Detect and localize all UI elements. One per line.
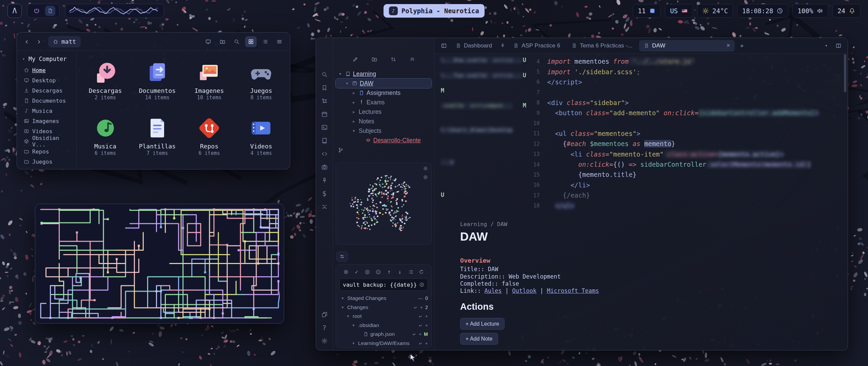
- scrollbar-thumb[interactable]: [844, 54, 846, 92]
- note-link-microsoft-teams[interactable]: Microsoft Teams: [547, 287, 599, 294]
- power-menu-button[interactable]: [32, 6, 42, 16]
- tab-daw[interactable]: DAW×: [639, 40, 735, 52]
- sidebar-item-repos[interactable]: Repos: [20, 146, 74, 157]
- plus-circle-button[interactable]: [364, 268, 371, 276]
- sidebar-item-imagenes[interactable]: Imagenes: [20, 116, 74, 126]
- folder-plus-button[interactable]: [370, 55, 379, 64]
- search-ribbon-button[interactable]: [320, 70, 329, 79]
- folder-descargas[interactable]: Descargas2 items: [80, 56, 131, 101]
- forward-button[interactable]: ›: [34, 37, 44, 47]
- topbar-module-weather[interactable]: 24°C: [697, 4, 733, 18]
- undo-icon[interactable]: ↩: [418, 341, 423, 346]
- split-editor-button[interactable]: [833, 41, 844, 51]
- git-branch-button[interactable]: [338, 147, 344, 154]
- commit-message-input[interactable]: [343, 282, 417, 288]
- folder-documentos[interactable]: Documentos14 items: [132, 56, 183, 101]
- collapse-button[interactable]: [408, 55, 417, 64]
- windows-ribbon-button[interactable]: [320, 310, 329, 319]
- breadcrumb[interactable]: matt: [48, 36, 81, 47]
- minus-circle-button[interactable]: [375, 268, 382, 276]
- git-row-graph-json[interactable]: graph.json↩+M: [339, 330, 428, 339]
- pencil-button[interactable]: [351, 55, 360, 64]
- git-row-changes[interactable]: ▾Changes↩+2: [339, 303, 428, 312]
- folder-imagenes[interactable]: Imagenes10 items: [184, 56, 235, 101]
- check-button[interactable]: ✓: [353, 268, 360, 276]
- folder-repos[interactable]: Repos6 items: [184, 111, 235, 156]
- sidebar-item-documentos[interactable]: Documentos: [20, 96, 74, 106]
- search-button[interactable]: [231, 36, 242, 47]
- folder-videos[interactable]: Videos4 items: [236, 111, 287, 156]
- refresh-button[interactable]: [418, 268, 425, 276]
- pull-button[interactable]: ↓: [396, 268, 403, 276]
- book-ribbon-button[interactable]: [320, 136, 329, 145]
- sidebar-item-musica[interactable]: ♪Musica: [20, 106, 74, 116]
- dollar-ribbon-button[interactable]: $: [320, 189, 329, 198]
- file-manager-titlebar[interactable]: ‹ › matt: [17, 33, 290, 51]
- topbar-module-clients[interactable]: 11: [633, 4, 661, 18]
- back-button[interactable]: ‹: [22, 37, 32, 47]
- list-view-button[interactable]: [259, 36, 271, 47]
- graph-settings-icon[interactable]: [423, 166, 428, 171]
- list-button[interactable]: [407, 268, 414, 276]
- now-playing-pill[interactable]: ♪ Polyphia - Neurotica: [383, 4, 485, 18]
- sidebar-item-obsidian-v[interactable]: Obsidian V...: [20, 136, 74, 146]
- git-row-obsidian[interactable]: ▾.obsidian↩+: [339, 321, 428, 330]
- toggle-left-sidebar-button[interactable]: [439, 41, 449, 51]
- help-ribbon-button[interactable]: ?: [320, 323, 329, 332]
- push-button[interactable]: ↑: [385, 268, 393, 276]
- notes-button[interactable]: [45, 6, 55, 16]
- tab-list-button[interactable]: ▾: [821, 41, 831, 51]
- tree-item-exams[interactable]: ▸!Exams: [336, 98, 432, 107]
- terminal-ribbon-button[interactable]: [320, 123, 329, 132]
- tab-tema-6-pr-cticas[interactable]: Tema 6 Prácticas -...: [567, 40, 637, 52]
- folder-juegos[interactable]: Juegos8 items: [236, 56, 287, 101]
- tab-asp-practice-6[interactable]: ASP Practice 6: [509, 40, 565, 52]
- topbar-module-keyboard-layout[interactable]: US: [665, 4, 693, 18]
- clear-message-icon[interactable]: [419, 282, 425, 287]
- screenshot-tool-button[interactable]: [202, 36, 214, 47]
- topbar-module-clock[interactable]: 18:08:28: [737, 4, 789, 18]
- filter-button[interactable]: [336, 251, 348, 262]
- tab-dashboard[interactable]: Dashboard: [451, 40, 497, 52]
- folder-plantillas[interactable]: Plantillas7 items: [132, 111, 183, 156]
- new-folder-button[interactable]: [217, 36, 228, 47]
- undo-icon[interactable]: ↩: [418, 323, 423, 328]
- tree-item-desarrollo-cliente[interactable]: Desarrollo-Cliente: [336, 136, 432, 145]
- camera-ribbon-button[interactable]: [320, 163, 329, 171]
- sidebar-item-desktop[interactable]: Desktop: [20, 75, 74, 85]
- graph-view-panel[interactable]: [336, 163, 432, 245]
- close-tab-icon[interactable]: ×: [727, 42, 730, 49]
- topbar-module-notifications[interactable]: 24: [832, 4, 861, 18]
- tree-item-subjects[interactable]: ▾Subjects: [336, 126, 432, 136]
- undo-icon[interactable]: ↩: [413, 305, 418, 310]
- grid-view-button[interactable]: [245, 36, 257, 47]
- tree-item-daw[interactable]: ▾DAW: [336, 79, 432, 88]
- target-button[interactable]: [342, 268, 350, 276]
- git-row-staged-changes[interactable]: ▾Staged Changes—0: [339, 294, 428, 303]
- sidebar-item-juegos[interactable]: Juegos: [20, 157, 74, 167]
- tree-item-notes[interactable]: ▸Notes: [336, 117, 432, 126]
- code-ribbon-button[interactable]: [320, 149, 329, 158]
- undo-icon[interactable]: ↩: [412, 332, 416, 337]
- folder-musica[interactable]: Musica6 items: [80, 111, 131, 156]
- sidebar-item-descargas[interactable]: Descargas: [20, 85, 74, 96]
- sidebar-section-header[interactable]: ▾ My Computer: [20, 55, 74, 65]
- sort-button[interactable]: [389, 55, 398, 64]
- topbar-module-volume[interactable]: 100%: [792, 4, 828, 18]
- graph-focus-icon[interactable]: [423, 175, 428, 180]
- git-row-learning-daw-exams[interactable]: ▾Learning/DAW/Exams↩+: [339, 339, 428, 348]
- action-button-add-lecture[interactable]: + Add Lecture: [460, 318, 505, 330]
- scrollbar[interactable]: [844, 54, 846, 347]
- new-tab-button[interactable]: +: [737, 41, 747, 51]
- tree-item-lectures[interactable]: ▸Lectures: [336, 107, 432, 117]
- files-ribbon-button[interactable]: [320, 57, 329, 66]
- pin-ribbon-button[interactable]: [320, 176, 329, 185]
- action-button-add-note[interactable]: + Add Note: [460, 333, 498, 345]
- graph-dots-ribbon-button[interactable]: [320, 97, 329, 105]
- menu-button[interactable]: [274, 36, 285, 47]
- tree-item-assignments[interactable]: ▸Assignments: [336, 88, 432, 98]
- gear-ribbon-button[interactable]: [320, 337, 329, 345]
- git-row-root[interactable]: ▾root↩+: [339, 312, 428, 321]
- circuit-art-window[interactable]: [35, 204, 284, 324]
- bookmark-ribbon-button[interactable]: [320, 83, 329, 92]
